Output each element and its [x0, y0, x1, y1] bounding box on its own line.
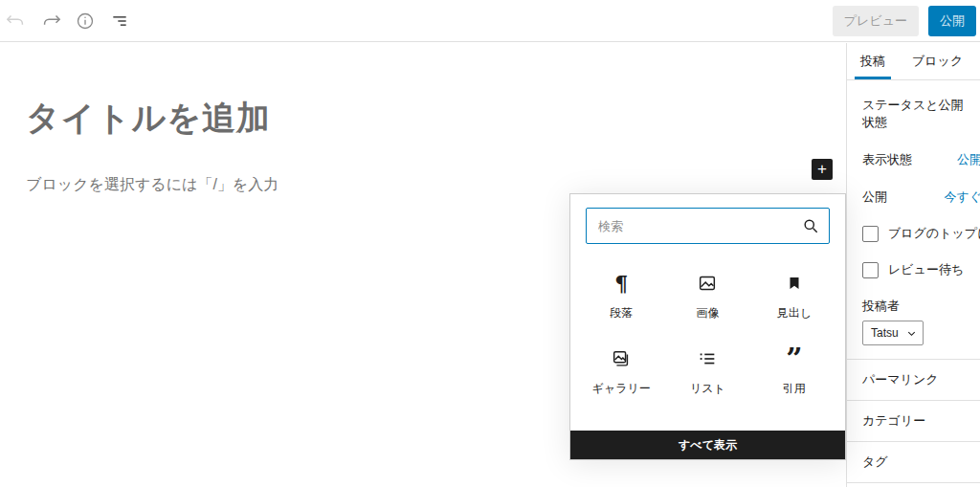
- sticky-checkbox-label: ブログのトップに固定: [888, 225, 980, 242]
- sticky-checkbox[interactable]: [862, 226, 879, 242]
- list-view-icon[interactable]: [105, 7, 134, 35]
- settings-sidebar: 投稿 ブロック ステータスと公開状態 表示状態 公開 公開 今すぐ ブログのトッ…: [846, 43, 980, 487]
- paragraph-icon: ¶: [614, 271, 628, 296]
- pending-checkbox[interactable]: [862, 262, 879, 278]
- panel-excerpt[interactable]: 抜粋: [847, 482, 980, 487]
- publish-row: 公開 今すぐ: [847, 188, 980, 206]
- author-select-value: Tatsu: [871, 326, 899, 340]
- info-icon[interactable]: [71, 7, 100, 35]
- block-type-label: 引用: [783, 381, 806, 397]
- tab-post[interactable]: 投稿: [847, 43, 899, 79]
- undo-icon[interactable]: [2, 7, 31, 35]
- bookmark-icon: [786, 271, 803, 296]
- block-search-input[interactable]: [586, 208, 830, 244]
- block-type-list[interactable]: リスト: [664, 346, 750, 397]
- publish-label: 公開: [862, 188, 887, 206]
- block-type-heading[interactable]: 見出し: [751, 271, 837, 321]
- publish-value-link[interactable]: 今すぐ: [944, 188, 980, 206]
- block-type-label: ギャラリー: [592, 381, 651, 397]
- author-select[interactable]: Tatsu: [862, 321, 924, 345]
- visibility-value-link[interactable]: 公開: [957, 151, 980, 168]
- topbar-actions: プレビュー 公開: [833, 6, 980, 36]
- chevron-down-icon: [906, 328, 917, 339]
- status-panel-title[interactable]: ステータスと公開状態: [847, 80, 980, 131]
- list-icon: [697, 346, 718, 371]
- search-icon: [801, 216, 820, 239]
- block-type-label: 段落: [610, 305, 633, 321]
- post-title-placeholder[interactable]: タイトルを追加: [26, 96, 846, 141]
- editor-topbar: プレビュー 公開: [0, 0, 980, 42]
- block-type-label: 見出し: [777, 305, 812, 321]
- browse-all-button[interactable]: すべて表示: [570, 431, 845, 459]
- visibility-row: 表示状態 公開: [847, 151, 980, 168]
- block-type-paragraph[interactable]: ¶ 段落: [578, 271, 664, 321]
- quote-icon: ”: [786, 346, 802, 371]
- visibility-label: 表示状態: [862, 151, 912, 168]
- pending-checkbox-label: レビュー待ち: [888, 261, 964, 278]
- panel-categories[interactable]: カテゴリー: [847, 400, 980, 441]
- tab-block[interactable]: ブロック: [899, 43, 976, 79]
- gallery-icon: [611, 346, 632, 371]
- publish-button[interactable]: 公開: [928, 6, 976, 36]
- block-type-grid: ¶ 段落 画像 見出し: [578, 271, 837, 397]
- image-icon: [697, 271, 718, 296]
- block-type-gallery[interactable]: ギャラリー: [578, 346, 664, 397]
- sidebar-tabs: 投稿 ブロック: [847, 43, 980, 80]
- block-type-label: 画像: [696, 305, 719, 321]
- preview-button[interactable]: プレビュー: [833, 6, 919, 36]
- inserter-search: [586, 208, 830, 244]
- panel-tags[interactable]: タグ: [847, 441, 980, 482]
- topbar-history-tools: [0, 7, 134, 35]
- sticky-checkbox-row: ブログのトップに固定: [862, 225, 980, 242]
- panel-permalink[interactable]: パーマリンク: [847, 359, 980, 400]
- block-type-label: リスト: [690, 381, 725, 397]
- block-type-image[interactable]: 画像: [664, 271, 750, 321]
- block-appender-placeholder[interactable]: ブロックを選択するには「/」を入力: [26, 175, 846, 195]
- author-label: 投稿者: [862, 298, 980, 315]
- block-inserter-popup: ¶ 段落 画像 見出し: [569, 193, 846, 460]
- redo-icon[interactable]: [36, 7, 65, 35]
- add-block-button[interactable]: +: [812, 159, 833, 180]
- block-type-quote[interactable]: ” 引用: [751, 346, 837, 397]
- pending-checkbox-row: レビュー待ち: [862, 261, 980, 278]
